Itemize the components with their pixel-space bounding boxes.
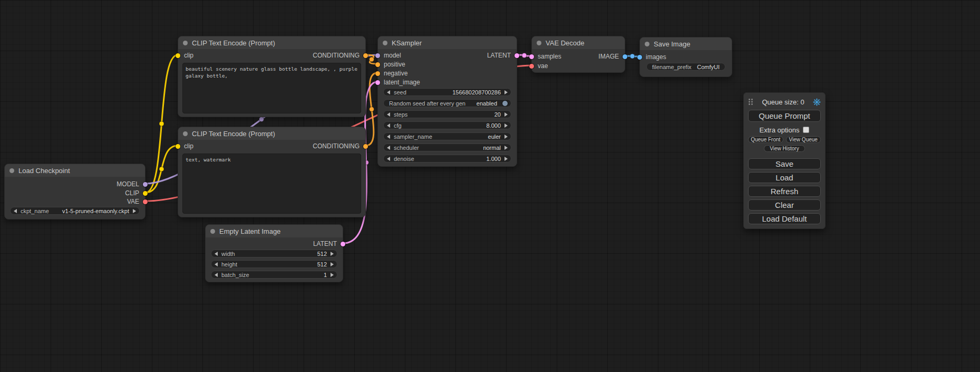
collapse-dot-icon[interactable] [210, 229, 215, 234]
conditioning-port-icon[interactable] [375, 62, 380, 67]
settings-gear-icon[interactable] [813, 98, 821, 106]
widget-steps[interactable]: steps 20 [383, 110, 511, 118]
collapse-dot-icon[interactable] [537, 41, 541, 45]
clip-port-icon[interactable] [176, 144, 180, 149]
node-title-bar[interactable]: CLIP Text Encode (Prompt) [178, 36, 365, 49]
output-slot-conditioning: CONDITIONING [313, 53, 368, 58]
decrement-arrow-icon[interactable] [215, 273, 218, 277]
widget-scheduler[interactable]: scheduler normal [383, 144, 511, 151]
increment-arrow-icon[interactable] [133, 209, 136, 213]
node-title-bar[interactable]: KSampler [378, 36, 517, 49]
widget-label: batch_size [221, 272, 249, 278]
prompt-textarea[interactable]: beautiful scenery nature glass bottle la… [182, 63, 361, 113]
widget-label: height [221, 261, 237, 268]
clear-button[interactable]: Clear [748, 199, 821, 211]
widget-cfg[interactable]: cfg 8.000 [383, 121, 511, 129]
latent-port-icon[interactable] [341, 242, 345, 246]
conditioning-port-icon[interactable] [363, 144, 368, 149]
node-clip-text-encode-positive[interactable]: CLIP Text Encode (Prompt) clip CONDITION… [178, 36, 366, 117]
decrement-arrow-icon[interactable] [215, 262, 218, 266]
decrement-arrow-icon[interactable] [387, 135, 390, 139]
model-port-icon[interactable] [143, 182, 148, 187]
collapse-dot-icon[interactable] [9, 168, 14, 173]
increment-arrow-icon[interactable] [504, 157, 508, 161]
vae-port-icon[interactable] [529, 64, 534, 69]
widget-label: denoise [394, 156, 414, 162]
decrement-arrow-icon[interactable] [387, 146, 390, 150]
vae-port-icon[interactable] [143, 199, 148, 204]
increment-arrow-icon[interactable] [504, 146, 508, 150]
node-load-checkpoint[interactable]: Load Checkpoint MODEL CLIP VAE ckpt_name… [4, 164, 145, 220]
decrement-arrow-icon[interactable] [215, 252, 218, 256]
link-midpoint-dot [370, 57, 374, 62]
queue-menu-panel: Queue size: 0 Queue Prompt Extra options… [743, 92, 826, 229]
widget-random-seed[interactable]: Random seed after every gen enabled [383, 99, 511, 107]
refresh-button[interactable]: Refresh [748, 186, 821, 197]
widget-seed[interactable]: seed 156680208700286 [383, 88, 511, 96]
collapse-dot-icon[interactable] [645, 42, 649, 46]
node-title-bar[interactable]: Empty Latent Image [206, 225, 343, 237]
node-title-bar[interactable]: Save Image [640, 37, 732, 50]
node-ksampler[interactable]: KSampler model positive negative latent_… [377, 36, 517, 167]
widget-denoise[interactable]: denoise 1.000 [383, 155, 511, 163]
increment-arrow-icon[interactable] [504, 123, 508, 128]
conditioning-port-icon[interactable] [375, 71, 380, 76]
widget-sampler-name[interactable]: sampler_name euler [383, 132, 511, 140]
node-title-bar[interactable]: Load Checkpoint [5, 164, 145, 177]
widget-batch-size[interactable]: batch_size 1 [211, 271, 337, 279]
collapse-dot-icon[interactable] [183, 41, 188, 45]
clip-port-icon[interactable] [176, 53, 180, 58]
increment-arrow-icon[interactable] [504, 112, 508, 117]
prompt-textarea[interactable]: text, watermark [182, 154, 361, 214]
output-slot-clip: CLIP [125, 190, 148, 196]
widget-value: 512 [317, 261, 327, 268]
node-title-bar[interactable]: VAE Decode [532, 36, 625, 49]
decrement-arrow-icon[interactable] [387, 90, 390, 94]
queue-front-button[interactable]: Queue Front [748, 136, 783, 143]
image-port-icon[interactable] [623, 54, 627, 59]
widget-value: euler [488, 133, 501, 140]
load-button[interactable]: Load [748, 172, 821, 183]
decrement-arrow-icon[interactable] [387, 123, 390, 128]
clip-port-icon[interactable] [143, 191, 148, 196]
image-port-icon[interactable] [637, 55, 642, 60]
increment-arrow-icon[interactable] [331, 273, 334, 277]
load-default-button[interactable]: Load Default [748, 213, 821, 224]
widget-value: 8.000 [486, 122, 501, 129]
node-empty-latent-image[interactable]: Empty Latent Image LATENT width 512 heig… [205, 224, 343, 282]
node-title: VAE Decode [546, 39, 584, 47]
decrement-arrow-icon[interactable] [387, 112, 390, 117]
decrement-arrow-icon[interactable] [387, 157, 390, 161]
latent-port-icon[interactable] [515, 53, 519, 58]
node-title-bar[interactable]: CLIP Text Encode (Prompt) [178, 127, 365, 140]
drag-handle-icon[interactable] [748, 98, 753, 106]
increment-arrow-icon[interactable] [331, 262, 334, 266]
collapse-dot-icon[interactable] [383, 41, 387, 45]
node-graph-canvas[interactable]: Load Checkpoint MODEL CLIP VAE ckpt_name… [0, 0, 980, 372]
view-queue-button[interactable]: View Queue [786, 136, 821, 143]
random-seed-toggle-icon[interactable] [502, 101, 508, 106]
view-history-button[interactable]: View History [764, 145, 805, 152]
queue-prompt-button[interactable]: Queue Prompt [748, 110, 821, 122]
extra-options-checkbox[interactable] [803, 127, 809, 133]
extra-options-row: Extra options [748, 126, 821, 133]
increment-arrow-icon[interactable] [504, 135, 508, 139]
increment-arrow-icon[interactable] [504, 90, 508, 94]
node-vae-decode[interactable]: VAE Decode samples vae IMAGE [531, 36, 625, 73]
model-port-icon[interactable] [375, 53, 380, 58]
widget-filename-prefix[interactable]: filename_prefix ComfyUI [646, 63, 725, 71]
collapse-dot-icon[interactable] [183, 131, 188, 136]
decrement-arrow-icon[interactable] [14, 209, 17, 213]
save-button[interactable]: Save [748, 158, 821, 169]
widget-height[interactable]: height 512 [211, 260, 337, 268]
queue-controls-row: Queue Front View Queue [748, 136, 821, 143]
latent-port-icon[interactable] [529, 54, 534, 59]
increment-arrow-icon[interactable] [331, 252, 334, 256]
latent-port-icon[interactable] [375, 80, 380, 85]
widget-ckpt-name[interactable]: ckpt_name v1-5-pruned-emaonly.ckpt [10, 207, 140, 215]
node-save-image[interactable]: Save Image images filename_prefix ComfyU… [639, 37, 732, 77]
node-clip-text-encode-negative[interactable]: CLIP Text Encode (Prompt) clip CONDITION… [178, 127, 366, 217]
input-slot-positive: positive [375, 62, 405, 67]
conditioning-port-icon[interactable] [363, 53, 368, 58]
widget-width[interactable]: width 512 [211, 250, 337, 257]
